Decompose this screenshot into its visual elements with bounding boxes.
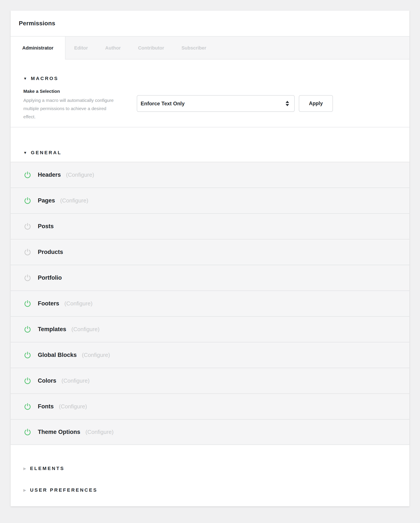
tab-subscriber[interactable]: Subscriber <box>173 37 215 59</box>
permission-row-text: Pages(Configure) <box>38 197 88 204</box>
general-section: ▼ GENERAL Headers(Configure)Pages(Config… <box>11 127 409 445</box>
configure-link[interactable]: (Configure) <box>86 429 114 435</box>
arrow-down-icon <box>286 104 289 106</box>
triangle-right-icon: ▶ <box>23 488 26 492</box>
panel-header: Permissions <box>11 11 409 37</box>
macros-section: ▼ MACROS Make a Selection Applying a mac… <box>11 59 409 127</box>
permission-label: Headers <box>38 172 61 178</box>
configure-link[interactable]: (Configure) <box>64 300 93 307</box>
permission-label: Colors <box>38 377 56 384</box>
configure-link[interactable]: (Configure) <box>82 352 110 358</box>
user-preferences-section-title: USER PREFERENCES <box>30 487 97 493</box>
power-toggle-icon[interactable] <box>24 300 31 307</box>
macro-selection-label: Make a Selection <box>23 89 114 94</box>
configure-link[interactable]: (Configure) <box>66 172 94 178</box>
permission-row-text: Posts <box>38 223 54 230</box>
permission-row-text: Products <box>38 249 63 255</box>
tab-author[interactable]: Author <box>96 37 129 59</box>
permission-row-headers: Headers(Configure) <box>11 162 409 188</box>
tab-administrator[interactable]: Administrator <box>11 37 65 59</box>
permission-row-global-blocks: Global Blocks(Configure) <box>11 342 409 368</box>
permission-row-footers: Footers(Configure) <box>11 290 409 316</box>
power-toggle-icon[interactable] <box>24 274 31 281</box>
permission-row-text: Fonts(Configure) <box>38 403 87 410</box>
permission-label: Footers <box>38 300 59 307</box>
general-section-title: GENERAL <box>31 150 62 155</box>
permission-row-theme-options: Theme Options(Configure) <box>11 419 409 445</box>
permission-row-text: Global Blocks(Configure) <box>38 352 110 358</box>
permission-row-products: Products <box>11 239 409 265</box>
general-section-toggle[interactable]: ▼ GENERAL <box>11 150 409 155</box>
permission-row-text: Templates(Configure) <box>38 326 100 333</box>
permission-row-text: Footers(Configure) <box>38 300 93 307</box>
collapsed-sections: ▶ELEMENTS▶USER PREFERENCES <box>11 445 409 506</box>
macro-select-value: Enforce Text Only <box>141 101 286 107</box>
permission-label: Theme Options <box>38 429 80 435</box>
permission-row-text: Headers(Configure) <box>38 172 94 178</box>
macros-section-toggle[interactable]: ▼ MACROS <box>23 76 397 81</box>
power-toggle-icon[interactable] <box>24 377 31 384</box>
macro-controls: Enforce Text Only Apply <box>137 95 333 121</box>
role-tabs: AdministratorEditorAuthorContributorSubs… <box>11 37 409 59</box>
apply-button[interactable]: Apply <box>299 95 333 112</box>
macro-body: Make a Selection Applying a macro will a… <box>23 89 397 121</box>
permission-row-pages: Pages(Configure) <box>11 188 409 213</box>
permission-row-colors: Colors(Configure) <box>11 368 409 393</box>
permission-row-text: Theme Options(Configure) <box>38 429 114 435</box>
macros-section-title: MACROS <box>31 76 59 81</box>
tab-content: ▼ MACROS Make a Selection Applying a mac… <box>11 59 409 506</box>
triangle-down-icon: ▼ <box>23 151 27 155</box>
configure-link[interactable]: (Configure) <box>60 197 88 204</box>
configure-link[interactable]: (Configure) <box>59 403 87 410</box>
configure-link[interactable]: (Configure) <box>71 326 100 332</box>
macro-description-column: Make a Selection Applying a macro will a… <box>23 89 114 121</box>
permission-label: Pages <box>38 197 55 204</box>
permission-row-text: Portfolio <box>38 274 62 281</box>
triangle-right-icon: ▶ <box>23 467 26 470</box>
updown-arrows-icon <box>286 101 289 106</box>
permission-label: Fonts <box>38 403 54 410</box>
permission-row-text: Colors(Configure) <box>38 377 90 384</box>
permission-row-templates: Templates(Configure) <box>11 316 409 342</box>
permission-label: Portfolio <box>38 274 62 281</box>
permission-row-portfolio: Portfolio <box>11 265 409 290</box>
configure-link[interactable]: (Configure) <box>62 377 90 384</box>
macro-description-text: Applying a macro will automatically conf… <box>23 96 114 121</box>
permissions-panel: Permissions AdministratorEditorAuthorCon… <box>11 11 409 506</box>
power-toggle-icon[interactable] <box>24 197 31 204</box>
permission-label: Products <box>38 249 63 255</box>
elements-section-title: ELEMENTS <box>30 466 65 471</box>
triangle-down-icon: ▼ <box>23 77 27 81</box>
permission-row-posts: Posts <box>11 213 409 239</box>
user-preferences-section-toggle[interactable]: ▶USER PREFERENCES <box>23 487 397 493</box>
permission-label: Posts <box>38 223 54 229</box>
power-toggle-icon[interactable] <box>24 249 31 256</box>
permission-label: Global Blocks <box>38 352 77 358</box>
permission-rows: Headers(Configure)Pages(Configure)PostsP… <box>11 162 409 445</box>
arrow-up-icon <box>286 101 289 103</box>
permission-label: Templates <box>38 326 66 332</box>
elements-section-toggle[interactable]: ▶ELEMENTS <box>23 466 397 471</box>
power-toggle-icon[interactable] <box>24 428 31 436</box>
tab-contributor[interactable]: Contributor <box>129 37 173 59</box>
page-title: Permissions <box>19 20 55 27</box>
macro-select[interactable]: Enforce Text Only <box>137 95 295 112</box>
power-toggle-icon[interactable] <box>24 403 31 410</box>
permission-row-fonts: Fonts(Configure) <box>11 393 409 419</box>
power-toggle-icon[interactable] <box>24 223 31 230</box>
tab-editor[interactable]: Editor <box>65 37 96 59</box>
power-toggle-icon[interactable] <box>24 326 31 333</box>
power-toggle-icon[interactable] <box>24 171 31 179</box>
power-toggle-icon[interactable] <box>24 351 31 359</box>
